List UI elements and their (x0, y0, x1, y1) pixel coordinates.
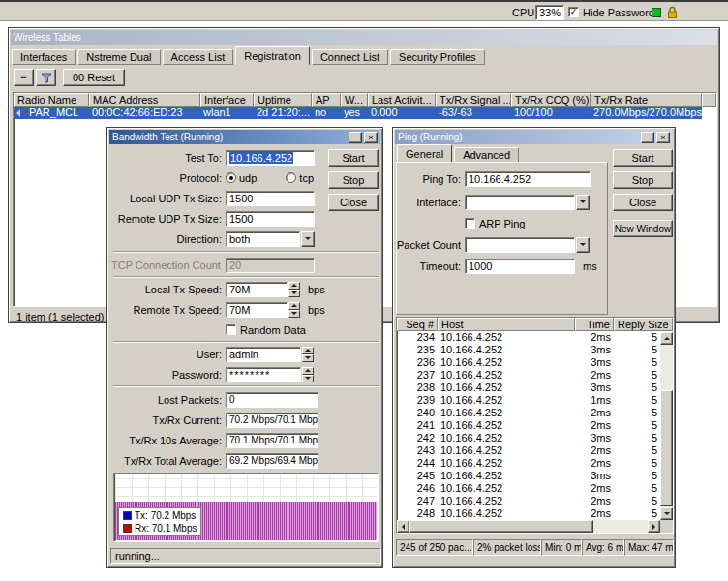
tcp-label: tcp (299, 172, 314, 184)
wireless-tabs: Interfaces Nstreme Dual Access List Regi… (12, 46, 487, 65)
time-cell: 3ms (575, 356, 614, 369)
packet-count-select[interactable] (465, 237, 575, 253)
tab-advanced[interactable]: Advanced (454, 147, 519, 163)
col-mac-address[interactable]: MAC Address (89, 93, 200, 107)
vertical-scrollbar-thumb[interactable] (660, 390, 673, 506)
host-cell: 10.166.4.252 (438, 382, 575, 394)
ping-result-row[interactable]: 240 10.166.4.252 2ms 5 (397, 407, 673, 419)
registration-icon (16, 108, 26, 118)
ping-result-row[interactable]: 239 10.166.4.252 1ms 5 (397, 394, 673, 407)
col-last-activity[interactable]: Last Activit... (368, 93, 436, 107)
registration-row-selected[interactable]: PAR_MCL 00:0C:42:66:ED:23 wlan1 2d 21:20… (14, 107, 702, 119)
tab-registration[interactable]: Registration (235, 46, 310, 65)
close-button[interactable]: × (656, 132, 670, 143)
bt-close-button[interactable]: Close (328, 194, 379, 211)
ping-tabs: General Advanced (397, 144, 521, 163)
ping-statusbar: 245 of 250 pac... 2% packet loss Min: 0 … (396, 539, 674, 556)
ping-result-row[interactable]: 234 10.166.4.252 2ms 5 (397, 331, 673, 344)
ping-result-row[interactable]: 236 10.166.4.252 3ms 5 (397, 356, 673, 369)
interface-select[interactable] (465, 195, 575, 210)
remote-tx-speed-input[interactable]: 70M (226, 302, 288, 318)
ping-result-row[interactable]: 244 10.166.4.252 2ms 5 (397, 457, 673, 470)
col-seq[interactable]: Seq # (397, 318, 438, 331)
ping-result-row[interactable]: 246 10.166.4.252 2ms 5 (397, 482, 673, 495)
tab-access-list[interactable]: Access List (163, 49, 234, 65)
col-rate[interactable]: Tx/Rx Rate (591, 93, 702, 107)
filter-button[interactable] (36, 69, 56, 86)
col-ccq[interactable]: Tx/Rx CCQ (%) (511, 93, 591, 107)
password-input[interactable]: ******** (226, 367, 301, 382)
col-radio-name[interactable]: Radio Name (14, 93, 89, 107)
scroll-up-button[interactable] (660, 332, 673, 345)
col-signal[interactable]: Tx/Rx Signal ... (436, 93, 511, 107)
direction-select[interactable]: both (226, 231, 315, 247)
ping-result-row[interactable]: 238 10.166.4.252 3ms 5 (397, 382, 673, 394)
bandwidth-titlebar[interactable]: Bandwidth Test (Running) – × (109, 130, 380, 144)
arp-ping-checkbox[interactable] (465, 218, 475, 229)
col-wds[interactable]: W... (341, 93, 368, 107)
ping-result-row[interactable]: 237 10.166.4.252 2ms 5 (397, 369, 673, 382)
lost-packets-label: Lost Packets: (111, 394, 222, 406)
col-ap[interactable]: AP (312, 93, 341, 107)
user-spinner[interactable] (302, 347, 314, 362)
local-udp-size-input[interactable]: 1500 (226, 191, 315, 206)
bt-start-button[interactable]: Start (328, 149, 379, 167)
scroll-right-button[interactable] (648, 520, 660, 533)
seq-cell: 236 (397, 356, 438, 369)
col-uptime[interactable]: Uptime (254, 93, 312, 107)
top-toolbar: CPU: 33% ✓ Hide Passwords (0, 0, 728, 21)
remove-button[interactable]: − (14, 69, 34, 86)
local-tx-speed-spinner[interactable] (288, 282, 300, 297)
tab-security-profiles[interactable]: Security Profiles (390, 49, 484, 65)
password-spinner[interactable] (302, 367, 314, 382)
tab-nstreme-dual[interactable]: Nstreme Dual (77, 49, 160, 65)
ping-result-row[interactable]: 248 10.166.4.252 2ms 5 (397, 507, 673, 520)
reset-button[interactable]: 00 Reset (63, 69, 125, 86)
user-input[interactable]: admin (226, 347, 301, 362)
ping-start-button[interactable]: Start (613, 149, 673, 167)
tab-connect-list[interactable]: Connect List (312, 49, 388, 65)
remote-tx-speed-spinner[interactable] (288, 302, 300, 318)
ping-to-input[interactable]: 10.166.4.252 (465, 171, 591, 187)
col-time[interactable]: Time (575, 318, 614, 331)
ccq-cell: 100/100 (511, 107, 591, 119)
tab-general[interactable]: General (397, 144, 452, 163)
scroll-down-button[interactable] (660, 507, 673, 520)
ping-result-row[interactable]: 241 10.166.4.252 2ms 5 (397, 419, 673, 432)
random-data-checkbox[interactable] (226, 324, 236, 335)
direction-dropdown-button[interactable] (301, 231, 315, 247)
wireless-titlebar[interactable]: Wireless Tables (11, 30, 717, 45)
tab-interfaces[interactable]: Interfaces (12, 49, 76, 65)
test-to-input[interactable]: 10.166.4.252 (226, 150, 315, 166)
ping-new-window-button[interactable]: New Window (613, 220, 673, 237)
bt-stop-button[interactable]: Stop (328, 171, 379, 189)
horizontal-scrollbar-thumb[interactable] (410, 520, 593, 533)
remote-udp-size-input[interactable]: 1500 (226, 211, 315, 227)
ping-result-row[interactable]: 242 10.166.4.252 3ms 5 (397, 432, 673, 444)
ping-titlebar[interactable]: Ping (Running) – × (395, 130, 673, 144)
tcp-radio[interactable] (286, 172, 296, 183)
col-interface[interactable]: Interface (200, 93, 254, 107)
ping-result-row[interactable]: 235 10.166.4.252 3ms 5 (397, 344, 673, 356)
minimize-button[interactable]: – (349, 132, 362, 143)
minimize-button[interactable]: – (641, 132, 654, 143)
ping-result-row[interactable]: 243 10.166.4.252 2ms 5 (397, 444, 673, 457)
col-host[interactable]: Host (438, 318, 575, 331)
scroll-left-button[interactable] (397, 520, 410, 533)
protocol-label: Protocol: (111, 172, 222, 184)
ping-stop-button[interactable]: Stop (613, 171, 673, 189)
interface-dropdown-button[interactable] (576, 195, 590, 210)
ping-result-row[interactable]: 245 10.166.4.252 3ms 5 (397, 470, 673, 482)
scrollbar-corner (660, 520, 673, 533)
seq-cell: 240 (397, 407, 438, 419)
txrx-current-label: Tx/Rx Current: (111, 414, 222, 426)
close-button[interactable]: × (364, 132, 378, 143)
hide-passwords-checkbox[interactable]: ✓ (568, 7, 579, 17)
ping-close-button[interactable]: Close (613, 194, 673, 211)
timeout-input[interactable]: 1000 (465, 259, 575, 274)
local-tx-speed-input[interactable]: 70M (226, 282, 288, 297)
col-reply-size[interactable]: Reply Size (614, 318, 673, 331)
ping-result-row[interactable]: 247 10.166.4.252 2ms 5 (397, 495, 673, 507)
udp-radio[interactable] (226, 172, 236, 183)
packet-count-dropdown-button[interactable] (576, 237, 590, 253)
